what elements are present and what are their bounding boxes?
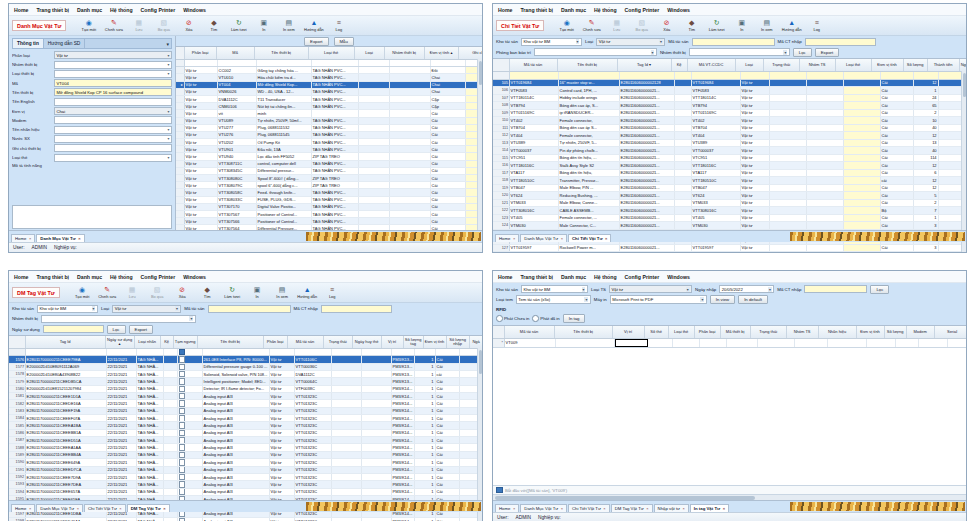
column-header-don-vi-tinh[interactable]: Đơn vị tính	[872, 59, 904, 71]
column-header-vi-tri[interactable]: Vị trí	[613, 326, 645, 338]
table-row[interactable]: 1593E28011700000211CEEE7DEA22/11/2021TAG…	[9, 481, 482, 488]
table-row[interactable]: Vật tưVTT308033CFUSE, PLUG, GDS...TAG NH…	[176, 197, 482, 204]
checkbox-unchecked-icon[interactable]	[179, 452, 186, 458]
table-row[interactable]: 1591E28011700000211CEEED7CA22/11/2021TAG…	[9, 467, 482, 474]
loai-the-select[interactable]: ▾	[54, 154, 172, 162]
grid-filter-cell[interactable]	[770, 72, 807, 79]
ma-input[interactable]: VT004	[54, 79, 172, 87]
table-row[interactable]: 1584E28011700000211CEEEF07A22/11/2021TAG…	[9, 415, 482, 422]
grid-filter-cell[interactable]	[218, 60, 257, 66]
grid-filter-cell[interactable]	[741, 72, 770, 79]
scrollbar-thumb[interactable]	[963, 73, 966, 97]
toolbar-button-chinh-sua[interactable]: ✎Chỉnh sửa	[95, 286, 120, 299]
column-header-nga[interactable]: Ngà	[470, 336, 482, 348]
table-row[interactable]: Vật tưVTT308079Cspool 6"-600( đẳng c...Z…	[176, 182, 482, 189]
checkbox-unchecked-icon[interactable]	[179, 489, 186, 495]
toolbar-button-bo-qua[interactable]: ▧Bỏ qua	[151, 19, 176, 32]
column-header-ma-vt-ccdc[interactable]: Mã VT-CCDC	[688, 59, 736, 71]
grid-filter-cell[interactable]	[185, 60, 218, 66]
column-header-ten-thiet-bi[interactable]: Tên thiết bị	[555, 326, 613, 338]
toolbar-button-chinh-sua[interactable]: ✎Chỉnh sửa	[579, 19, 604, 32]
close-icon[interactable]: ×	[605, 236, 607, 241]
close-icon[interactable]: ×	[119, 506, 121, 511]
menu-item-home[interactable]: Home	[14, 7, 28, 13]
table-row[interactable]: Vật tưVTT308058CFeed- through knife...TA…	[176, 189, 482, 196]
filter-button[interactable]: Lọc	[793, 48, 812, 57]
checkbox-unchecked-icon[interactable]	[179, 408, 186, 414]
table-row[interactable]: 119VTB047Male Elbow, P/N ...E28011606000…	[493, 185, 966, 193]
table-row[interactable]: 106VTF0583Control card, 1PH, ...E2801160…	[493, 87, 966, 95]
grid-filter-cell[interactable]	[700, 339, 727, 347]
checkbox-unchecked-icon[interactable]	[179, 378, 186, 384]
table-row[interactable]: 1578E200002D410E80A43908B2222/11/2021TAG…	[9, 371, 482, 378]
column-header-so-the[interactable]: Số thẻ	[645, 326, 669, 338]
close-icon[interactable]: ×	[163, 506, 165, 511]
grid-filter-cell[interactable]	[675, 72, 692, 79]
column-header-loai-the[interactable]: Loại thẻ	[836, 59, 872, 71]
grid-filter-row[interactable]	[9, 349, 482, 356]
column-header-phan-loai[interactable]: Phân loại	[264, 336, 288, 348]
printer-select[interactable]: Microsoft Print to PDF▾	[610, 295, 707, 304]
checkbox-checked-icon[interactable]	[179, 349, 186, 355]
table-row[interactable]: 122VTT308016CCABLE ASSEMB...E28011606000…	[493, 207, 966, 215]
tab-chi-tiet-vat-tu[interactable]: Chi Tiết Vật Tư×	[84, 504, 126, 512]
menu-item-trang-thiet-bi[interactable]: Trang thiết bị	[520, 7, 553, 13]
grid-filter-cell[interactable]	[257, 60, 312, 66]
column-header-so-luong[interactable]: Số lượng	[885, 326, 907, 338]
table-row[interactable]: Vật tưVTU940Lọc dầu tinh FF5052ZIP TAG T…	[176, 153, 482, 160]
filter-enabled-checkbox[interactable]	[496, 487, 503, 494]
menu-item-trang-thiet-bi[interactable]: Trang thiết bị	[36, 274, 69, 280]
menu-item-windows[interactable]: Windows	[667, 7, 690, 13]
menu-item-he-thong[interactable]: Hệ thống	[594, 7, 616, 13]
table-row[interactable]: 109VTT015169Cip tRANSDUCER...E2801160600…	[493, 110, 966, 118]
toolbar-button-huong-dan[interactable]: ▲Hướng dẫn	[295, 286, 320, 299]
column-header-vi-tri[interactable]: Vị trí	[382, 336, 404, 348]
column-header-ma-tai-san[interactable]: Mã tài sản	[505, 326, 555, 338]
grid-filter-cell[interactable]	[615, 339, 648, 347]
grid-filter-cell[interactable]	[510, 72, 559, 79]
warehouse-select[interactable]: Kho vật tư BM▾	[37, 305, 98, 314]
menu-item-config-printer[interactable]: Config Printer	[625, 7, 660, 13]
tab-danh-muc-vat-tu[interactable]: Danh Mục Vật Tư×	[520, 504, 567, 512]
grid-filter-cell[interactable]	[295, 349, 332, 355]
table-row[interactable]: 1581E28011700000211CEEE1D1A22/11/2021TAG…	[9, 393, 482, 400]
receipt-code-input[interactable]	[805, 38, 876, 47]
toolbar-button-in-xem[interactable]: ▤In xem	[754, 19, 779, 32]
checkbox-unchecked-icon[interactable]	[179, 393, 186, 399]
checkbox-unchecked-icon[interactable]	[179, 371, 186, 377]
close-icon[interactable]: ×	[29, 236, 31, 241]
column-header-so-luong-nhap[interactable]: Số lượng nhập	[447, 336, 470, 348]
table-row[interactable]: Vật tưVTU277Plug, 0688111532TAG NHÂN PVC…	[176, 125, 482, 132]
tab-chi-tiet-vat-tu[interactable]: Chi Tiết Vật Tư×	[568, 504, 610, 512]
tab-home[interactable]: Home×	[495, 234, 519, 242]
grid-filter-cell[interactable]	[828, 339, 867, 347]
grid-filter-row[interactable]	[176, 60, 482, 67]
column-header-modem[interactable]: Modem	[907, 326, 935, 338]
vertical-scrollbar[interactable]	[477, 348, 482, 521]
checkbox-unchecked-icon[interactable]	[179, 415, 186, 421]
table-row[interactable]: 115VTC951Bóng đèn tín hiệu, ...E28011606…	[493, 155, 966, 163]
table-row[interactable]: 1590E28011700000211CEEE649A22/11/2021TAG…	[9, 459, 482, 466]
scrollbar-thumb[interactable]	[479, 350, 482, 374]
tab-danh-muc-vat-tu[interactable]: Danh Mục Vật Tư×	[36, 504, 83, 512]
menu-item-windows[interactable]: Windows	[183, 7, 206, 13]
ten-thiet-bi-input[interactable]: Mỡ đồng Shield Kop CP 16 surface compoun…	[54, 88, 172, 96]
column-header-phan-loai[interactable]: Phân loại	[185, 47, 217, 59]
vertical-scrollbar[interactable]	[961, 71, 966, 253]
table-row[interactable]: 127VTT019597Rockwell Power m...E28011606…	[493, 245, 966, 253]
column-header-don-vi-tinh[interactable]: Đơn vị tính ▴	[425, 47, 459, 59]
table-row[interactable]: 1585E28011700000211CEEEA1BA22/11/2021TAG…	[9, 422, 482, 429]
tab-home[interactable]: Home×	[11, 504, 35, 512]
modem-input[interactable]	[54, 116, 172, 124]
grid-filter-cell[interactable]	[390, 60, 431, 66]
maintenance-dept-select[interactable]: ▾	[534, 48, 657, 57]
checkbox-unchecked-icon[interactable]	[179, 467, 186, 473]
description-textarea[interactable]	[12, 205, 172, 229]
tab-home[interactable]: Home×	[495, 504, 519, 512]
tab-in-tag-vat-tu[interactable]: In tag Vật Tư×	[690, 504, 729, 512]
table-row[interactable]: Vật tưVTU202Oil Pump KitTAG NHÂN PVC...C…	[176, 139, 482, 146]
checkbox-unchecked-icon[interactable]	[179, 459, 186, 465]
toolbar-button-bo-qua[interactable]: ▧Bỏ qua	[629, 19, 654, 32]
table-row[interactable]: 1577E200002D410E8091112A06922/11/2021TAG…	[9, 364, 482, 371]
close-icon[interactable]: ×	[561, 506, 563, 511]
